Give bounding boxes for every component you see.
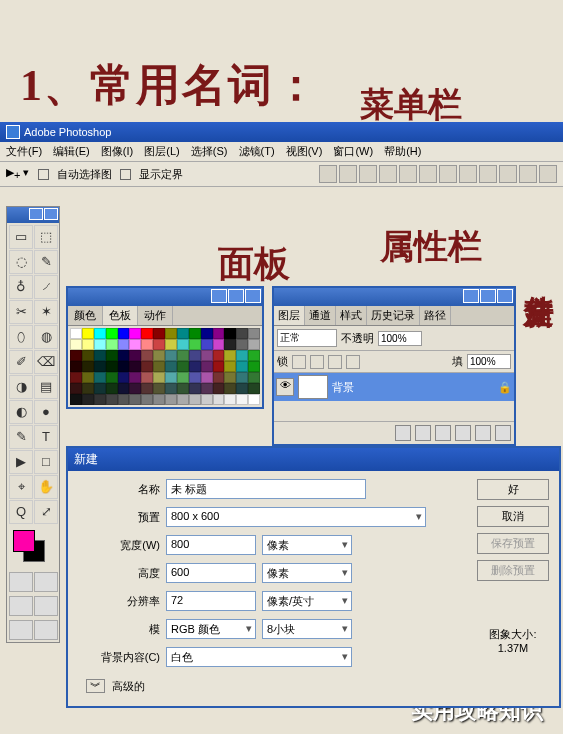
- swatch[interactable]: [236, 350, 248, 361]
- swatch[interactable]: [106, 339, 118, 350]
- close-icon[interactable]: [44, 208, 58, 220]
- swatch[interactable]: [236, 361, 248, 372]
- menu-select[interactable]: 选择(S): [191, 145, 228, 157]
- distribute-icon[interactable]: [539, 165, 557, 183]
- swatch[interactable]: [236, 339, 248, 350]
- swatch[interactable]: [129, 328, 141, 339]
- swatch[interactable]: [94, 350, 106, 361]
- advanced-toggle[interactable]: ︾: [86, 679, 105, 693]
- swatch[interactable]: [165, 361, 177, 372]
- swatch[interactable]: [236, 328, 248, 339]
- tool-button[interactable]: ◌: [9, 250, 33, 274]
- swatch[interactable]: [213, 372, 225, 383]
- distribute-icon[interactable]: [519, 165, 537, 183]
- swatch[interactable]: [106, 361, 118, 372]
- tool-button[interactable]: ⬯: [9, 325, 33, 349]
- swatch[interactable]: [94, 383, 106, 394]
- swatch[interactable]: [70, 372, 82, 383]
- jump-icon[interactable]: [34, 620, 58, 640]
- lock-position-icon[interactable]: [328, 355, 342, 369]
- menu-window[interactable]: 窗口(W): [333, 145, 373, 157]
- tool-button[interactable]: ▤: [34, 375, 58, 399]
- swatch[interactable]: [165, 372, 177, 383]
- show-bounds-checkbox[interactable]: [120, 169, 131, 180]
- standard-mode-icon[interactable]: [9, 572, 33, 592]
- swatch[interactable]: [201, 328, 213, 339]
- minimize-icon[interactable]: [463, 289, 479, 303]
- align-icon[interactable]: [359, 165, 377, 183]
- tool-button[interactable]: ⟋: [34, 275, 58, 299]
- swatch[interactable]: [248, 383, 260, 394]
- swatch[interactable]: [213, 328, 225, 339]
- swatch[interactable]: [189, 394, 201, 405]
- swatch[interactable]: [165, 383, 177, 394]
- swatch[interactable]: [153, 328, 165, 339]
- menu-filter[interactable]: 滤镜(T): [239, 145, 275, 157]
- swatch[interactable]: [141, 383, 153, 394]
- tab-channels[interactable]: 通道: [305, 306, 336, 325]
- quickmask-mode-icon[interactable]: [34, 572, 58, 592]
- swatch[interactable]: [224, 361, 236, 372]
- swatch[interactable]: [82, 383, 94, 394]
- color-mode-select[interactable]: RGB 颜色: [166, 619, 256, 639]
- swatch[interactable]: [82, 394, 94, 405]
- resolution-input[interactable]: 72: [166, 591, 256, 611]
- swatch[interactable]: [118, 361, 130, 372]
- tab-history[interactable]: 历史记录: [367, 306, 420, 325]
- name-input[interactable]: 未 标题: [166, 479, 366, 499]
- swatch[interactable]: [213, 361, 225, 372]
- swatch[interactable]: [177, 394, 189, 405]
- preset-select[interactable]: 800 x 600: [166, 507, 426, 527]
- layer-thumbnail[interactable]: [298, 375, 328, 399]
- lock-pixels-icon[interactable]: [310, 355, 324, 369]
- swatch[interactable]: [106, 372, 118, 383]
- delete-preset-button[interactable]: 删除预置: [477, 560, 549, 581]
- layer-row[interactable]: 👁 背景 🔒: [274, 373, 514, 401]
- swatch[interactable]: [189, 350, 201, 361]
- swatch[interactable]: [213, 383, 225, 394]
- swatch[interactable]: [129, 361, 141, 372]
- tool-button[interactable]: ⬚: [34, 225, 58, 249]
- align-icon[interactable]: [419, 165, 437, 183]
- swatch[interactable]: [177, 328, 189, 339]
- swatch[interactable]: [70, 394, 82, 405]
- menu-help[interactable]: 帮助(H): [384, 145, 421, 157]
- swatch[interactable]: [94, 328, 106, 339]
- swatch[interactable]: [201, 394, 213, 405]
- swatch[interactable]: [177, 350, 189, 361]
- new-set-icon[interactable]: [435, 425, 451, 441]
- swatch[interactable]: [82, 339, 94, 350]
- tab-color[interactable]: 颜色: [68, 306, 103, 325]
- swatch[interactable]: [224, 372, 236, 383]
- save-preset-button[interactable]: 保存预置: [477, 533, 549, 554]
- swatch[interactable]: [213, 339, 225, 350]
- move-tool-icon[interactable]: ▶+ ▾: [6, 166, 30, 181]
- swatch[interactable]: [236, 394, 248, 405]
- swatch[interactable]: [82, 350, 94, 361]
- swatch[interactable]: [141, 394, 153, 405]
- layer-mask-icon[interactable]: [415, 425, 431, 441]
- swatch[interactable]: [70, 339, 82, 350]
- swatch[interactable]: [177, 372, 189, 383]
- swatch[interactable]: [224, 394, 236, 405]
- swatch[interactable]: [141, 328, 153, 339]
- maximize-icon[interactable]: [480, 289, 496, 303]
- cancel-button[interactable]: 取消: [477, 506, 549, 527]
- swatch[interactable]: [141, 339, 153, 350]
- bit-depth-select[interactable]: 8小块: [262, 619, 352, 639]
- swatch[interactable]: [201, 361, 213, 372]
- menu-edit[interactable]: 编辑(E): [53, 145, 90, 157]
- tool-button[interactable]: ✋: [34, 475, 58, 499]
- swatch[interactable]: [213, 394, 225, 405]
- swatch[interactable]: [129, 339, 141, 350]
- swatch[interactable]: [118, 328, 130, 339]
- swatch[interactable]: [82, 361, 94, 372]
- tool-button[interactable]: ✎: [34, 250, 58, 274]
- swatch[interactable]: [70, 383, 82, 394]
- swatch[interactable]: [248, 372, 260, 383]
- screen-mode-icon[interactable]: [9, 596, 33, 616]
- swatch[interactable]: [94, 394, 106, 405]
- new-layer-icon[interactable]: [475, 425, 491, 441]
- lock-all-icon[interactable]: [346, 355, 360, 369]
- tab-actions[interactable]: 动作: [138, 306, 173, 325]
